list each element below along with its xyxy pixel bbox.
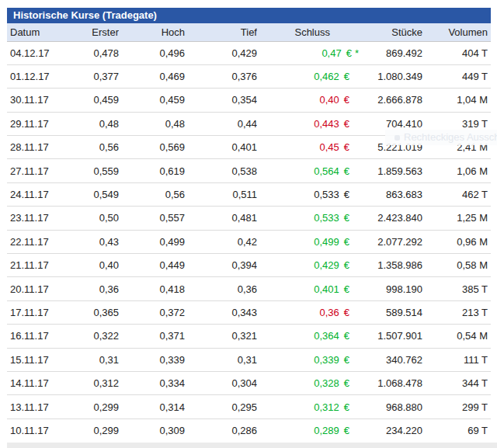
euro-symbol: € xyxy=(346,47,352,59)
cell-tief: 0,429 xyxy=(185,41,257,64)
cell-volumen: 0,58 M xyxy=(422,254,491,277)
euro-symbol: € xyxy=(344,212,349,224)
cell-schluss: 0,443€ xyxy=(257,112,359,135)
schluss-value: 0,289 xyxy=(314,425,339,436)
cell-schluss: 0,462€ xyxy=(257,64,359,88)
cell-datum: 20.11.17 xyxy=(7,277,61,300)
cell-tief: 0,304 xyxy=(185,371,257,394)
cell-schluss: 0,564€ xyxy=(257,159,359,182)
cell-hoch: 0,314 xyxy=(119,395,185,418)
cell-erster: 0,322 xyxy=(61,325,119,348)
cell-schluss: 0,47€* xyxy=(257,41,359,64)
cell-erster: 0,40 xyxy=(61,254,119,277)
cell-stuecke: 1.080.349 xyxy=(359,64,422,88)
cell-stuecke: 2.666.878 xyxy=(359,89,422,112)
cell-datum: 13.11.17 xyxy=(7,395,61,418)
cell-hoch: 0,569 xyxy=(119,136,185,159)
cell-erster: 0,56 xyxy=(61,136,119,159)
intraday-asterisk: * xyxy=(355,47,359,59)
cell-datum: 22.11.17 xyxy=(7,230,61,253)
schluss-value: 0,47 xyxy=(321,47,341,59)
table-row: 22.11.17 0,43 0,499 0,42 0,499€ 2.077.29… xyxy=(7,230,491,253)
cell-volumen: 299 T xyxy=(422,395,491,418)
schluss-value: 0,364 xyxy=(314,330,339,342)
cell-erster: 0,48 xyxy=(61,112,119,135)
schluss-value: 0,401 xyxy=(314,283,339,295)
table-row: 27.11.17 0,559 0,619 0,538 0,564€ 1.859.… xyxy=(7,159,491,182)
snipping-tool-watermark: Rechteckiges Aussch xyxy=(385,130,497,145)
cell-schluss: 0,401€ xyxy=(257,277,359,300)
cell-erster: 0,549 xyxy=(61,182,119,206)
euro-symbol: € xyxy=(344,236,349,248)
cell-datum: 10.11.17 xyxy=(7,418,61,442)
snip-mode-icon xyxy=(394,135,400,141)
historical-prices-module: Historische Kurse (Tradegate) Datum Erst… xyxy=(7,8,491,443)
cell-stuecke: 998.190 xyxy=(359,277,422,300)
cell-datum: 24.11.17 xyxy=(7,182,61,206)
cell-schluss: 0,312€ xyxy=(257,395,359,418)
column-header-tief: Tief xyxy=(185,23,257,41)
cell-stuecke: 1.068.478 xyxy=(359,371,422,394)
cell-stuecke: 1.358.986 xyxy=(359,254,422,277)
schluss-value: 0,328 xyxy=(314,377,339,389)
cell-erster: 0,50 xyxy=(61,207,119,230)
cell-datum: 30.11.17 xyxy=(7,89,61,112)
euro-symbol: € xyxy=(344,377,349,389)
cell-tief: 0,376 xyxy=(185,64,257,88)
column-header-stuecke: Stücke xyxy=(359,23,422,41)
cell-erster: 0,459 xyxy=(61,89,119,112)
table-row: 30.11.17 0,459 0,459 0,354 0,40€ 2.666.8… xyxy=(7,89,491,112)
cell-schluss: 0,499€ xyxy=(257,230,359,253)
schluss-value: 0,533 xyxy=(314,212,339,224)
cell-datum: 15.11.17 xyxy=(7,348,61,371)
cell-volumen: 1,06 M xyxy=(422,159,491,182)
cell-stuecke: 2.077.292 xyxy=(359,230,422,253)
schluss-value: 0,443 xyxy=(314,118,339,130)
cell-hoch: 0,496 xyxy=(119,41,185,64)
cell-tief: 0,36 xyxy=(185,277,257,300)
cell-erster: 0,299 xyxy=(61,418,119,442)
cell-hoch: 0,334 xyxy=(119,371,185,394)
cell-hoch: 0,557 xyxy=(119,207,185,230)
cell-tief: 0,295 xyxy=(185,395,257,418)
table-row: 15.11.17 0,31 0,339 0,31 0,339€ 340.762 … xyxy=(7,348,491,371)
cell-erster: 0,559 xyxy=(61,159,119,182)
euro-symbol: € xyxy=(344,259,349,271)
cell-schluss: 0,339€ xyxy=(257,348,359,371)
cell-tief: 0,481 xyxy=(185,207,257,230)
schluss-value: 0,36 xyxy=(319,307,339,318)
cell-erster: 0,478 xyxy=(61,41,119,64)
cell-tief: 0,343 xyxy=(185,300,257,324)
schluss-value: 0,564 xyxy=(314,165,339,177)
cell-schluss: 0,533€ xyxy=(257,182,359,206)
cell-stuecke: 869.492 xyxy=(359,41,422,64)
cell-hoch: 0,469 xyxy=(119,64,185,88)
cell-hoch: 0,371 xyxy=(119,325,185,348)
cell-hoch: 0,619 xyxy=(119,159,185,182)
cell-erster: 0,377 xyxy=(61,64,119,88)
schluss-value: 0,429 xyxy=(314,259,339,271)
cell-stuecke: 589.514 xyxy=(359,300,422,324)
cell-hoch: 0,372 xyxy=(119,300,185,324)
cell-tief: 0,511 xyxy=(185,182,257,206)
cell-erster: 0,299 xyxy=(61,395,119,418)
schluss-value: 0,533 xyxy=(314,189,339,200)
cell-volumen: 111 T xyxy=(422,348,491,371)
historical-prices-table: Datum Erster Hoch Tief Schluss Stücke Vo… xyxy=(7,23,491,443)
euro-symbol: € xyxy=(344,283,349,295)
schluss-value: 0,462 xyxy=(314,71,339,82)
cell-schluss: 0,36€ xyxy=(257,300,359,324)
cell-tief: 0,44 xyxy=(185,112,257,135)
table-row: 23.11.17 0,50 0,557 0,481 0,533€ 2.423.8… xyxy=(7,207,491,230)
cell-tief: 0,538 xyxy=(185,159,257,182)
cell-tief: 0,31 xyxy=(185,348,257,371)
schluss-value: 0,40 xyxy=(319,94,339,106)
table-row: 20.11.17 0,36 0,418 0,36 0,401€ 998.190 … xyxy=(7,277,491,300)
cell-datum: 23.11.17 xyxy=(7,207,61,230)
cell-volumen: 1,04 M xyxy=(422,89,491,112)
table-row: 17.11.17 0,365 0,372 0,343 0,36€ 589.514… xyxy=(7,300,491,324)
cell-tief: 0,321 xyxy=(185,325,257,348)
column-header-erster: Erster xyxy=(61,23,119,41)
schluss-value: 0,45 xyxy=(319,141,339,153)
cell-hoch: 0,499 xyxy=(119,230,185,253)
